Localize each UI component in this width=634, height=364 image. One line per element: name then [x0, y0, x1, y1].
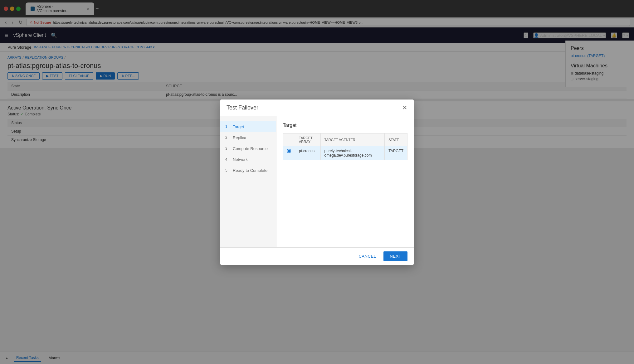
dialog-title: Test Failover: [227, 104, 258, 111]
target-array-value: pt-cronus: [295, 146, 321, 160]
step-target[interactable]: 1 Target: [220, 121, 276, 132]
col-state: State: [385, 133, 407, 146]
radio-inner: [288, 150, 290, 152]
step-label-3: Compute Resource: [233, 146, 268, 151]
step-num-2: 2: [225, 135, 230, 140]
step-num-5: 5: [225, 168, 230, 172]
step-label-2: Replica: [233, 135, 246, 140]
next-button[interactable]: NEXT: [383, 251, 407, 261]
dialog-body: 1 Target 2 Replica 3 Compute Resource 4 …: [220, 116, 414, 247]
step-num-3: 3: [225, 146, 230, 151]
step-label-4: Network: [233, 157, 248, 162]
dialog-steps: 1 Target 2 Replica 3 Compute Resource 4 …: [220, 116, 276, 247]
target-vcenter-value: purely-technical-omega.dev.purestorage.c…: [320, 146, 385, 160]
radio-button[interactable]: [287, 149, 291, 153]
step-network[interactable]: 4 Network: [220, 154, 276, 165]
radio-cell[interactable]: [283, 146, 295, 160]
modal-overlay: Test Failover ✕ 1 Target 2 Replica 3 Com…: [0, 0, 634, 364]
step-replica[interactable]: 2 Replica: [220, 132, 276, 143]
col-radio: [283, 133, 295, 146]
step-num-1: 1: [225, 124, 230, 129]
cancel-button[interactable]: CANCEL: [355, 251, 380, 261]
step-compute-resource[interactable]: 3 Compute Resource: [220, 143, 276, 154]
content-title: Target: [283, 123, 407, 128]
col-target-vcenter: Target vCenter: [320, 133, 385, 146]
table-row[interactable]: pt-cronus purely-technical-omega.dev.pur…: [283, 146, 407, 160]
step-label-5: Ready to Complete: [233, 168, 267, 173]
step-ready-to-complete[interactable]: 5 Ready to Complete: [220, 165, 276, 176]
step-label-1: Target: [233, 124, 244, 129]
dialog-close-button[interactable]: ✕: [402, 104, 407, 111]
step-num-4: 4: [225, 157, 230, 162]
target-state-value: TARGET: [385, 146, 407, 160]
dialog-content: Target Target Array Target vCenter State: [276, 116, 414, 247]
target-table: Target Array Target vCenter State: [283, 133, 407, 160]
dialog-header: Test Failover ✕: [220, 99, 414, 116]
dialog-footer: CANCEL NEXT: [220, 247, 414, 265]
col-target-array: Target Array: [295, 133, 321, 146]
test-failover-dialog: Test Failover ✕ 1 Target 2 Replica 3 Com…: [220, 99, 414, 265]
